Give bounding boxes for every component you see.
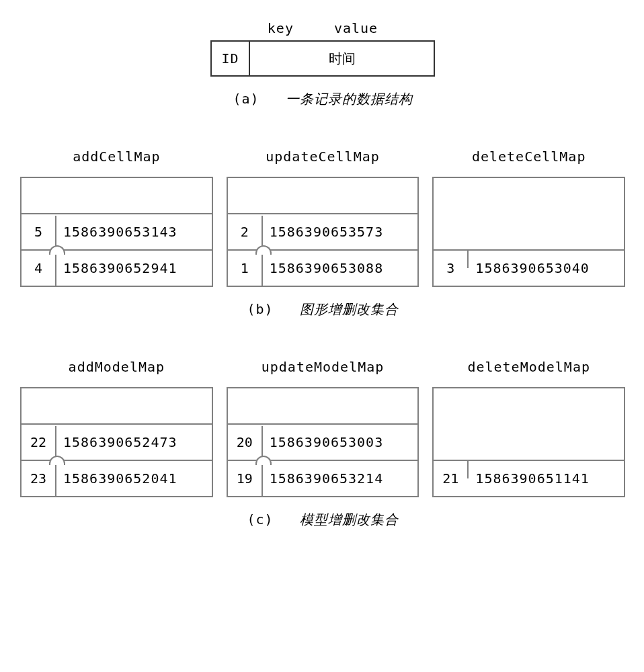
section-c-caption: (c) 模型增删改集合: [20, 511, 625, 529]
map-entry: 23 1586390652041: [22, 460, 212, 496]
map-entry: 22 1586390652473: [22, 423, 212, 460]
add-cell-map-box: 5 1586390653143 4 1586390652941: [20, 177, 213, 287]
caption-b-prefix: (b): [247, 301, 273, 317]
diagram-root: key value ID 时间 (a) 一条记录的数据结构 addCellMap…: [20, 20, 625, 529]
entry-id: 5: [22, 214, 55, 249]
caption-a-prefix: (a): [233, 91, 259, 107]
record-box: ID 时间: [210, 40, 435, 77]
caption-c-prefix: (c): [247, 511, 273, 528]
key-label: key: [268, 20, 294, 36]
delete-model-map-col: deleteModelMap 21 1586390651141: [432, 359, 625, 497]
map-entry: 1 1586390653088: [228, 249, 418, 286]
entry-id: 22: [22, 425, 55, 460]
entry-id: 20: [228, 425, 261, 460]
entry-id: 3: [434, 251, 467, 286]
map-entry: 21 1586390651141: [434, 460, 624, 496]
update-model-map-col: updateModelMap 20 1586390653003 19 15863…: [227, 359, 419, 497]
update-cell-map-col: updateCellMap 2 1586390653573 1 15863906…: [227, 149, 419, 287]
entry-ts: 1586390652473: [55, 425, 212, 460]
map-entry: 2 1586390653573: [228, 213, 418, 249]
add-model-map-col: addModelMap 22 1586390652473 23 15863906…: [20, 359, 213, 497]
column-divider: [467, 251, 469, 268]
delete-model-map-box: 21 1586390651141: [432, 387, 625, 497]
delete-cell-map-box: 3 1586390653040: [432, 177, 625, 287]
update-cell-map-title: updateCellMap: [227, 149, 419, 165]
caption-b-text: 图形增删改集合: [300, 301, 399, 317]
section-a-caption: (a) 一条记录的数据结构: [20, 90, 625, 108]
entry-id: 21: [434, 461, 467, 496]
map-entry: 5 1586390653143: [22, 213, 212, 249]
entry-ts: 1586390653214: [261, 461, 418, 496]
entry-ts: 1586390652041: [55, 461, 212, 496]
entry-id: 1: [228, 251, 261, 286]
section-b-caption: (b) 图形增删改集合: [20, 300, 625, 319]
section-b-row: addCellMap 5 1586390653143 4 15863906529…: [20, 149, 625, 287]
entry-ts: 1586390652941: [55, 251, 212, 286]
entry-id: 2: [228, 214, 261, 249]
section-a: key value ID 时间 (a) 一条记录的数据结构: [20, 20, 625, 108]
kv-header: key value: [20, 20, 625, 36]
update-model-map-title: updateModelMap: [227, 359, 419, 375]
entry-ts: 1586390653143: [55, 214, 212, 249]
delete-cell-map-title: deleteCellMap: [432, 149, 625, 165]
entry-id: 4: [22, 251, 55, 286]
delete-cell-map-col: deleteCellMap 3 1586390653040: [432, 149, 625, 287]
entry-id: 23: [22, 461, 55, 496]
section-c-row: addModelMap 22 1586390652473 23 15863906…: [20, 359, 625, 497]
map-entry: 4 1586390652941: [22, 249, 212, 286]
delete-model-map-title: deleteModelMap: [432, 359, 625, 375]
update-model-map-box: 20 1586390653003 19 1586390653214: [227, 387, 419, 497]
entry-ts: 1586390651141: [467, 461, 624, 496]
map-entry: 3 1586390653040: [434, 249, 624, 286]
add-cell-map-col: addCellMap 5 1586390653143 4 15863906529…: [20, 149, 213, 287]
caption-a-text: 一条记录的数据结构: [286, 91, 413, 107]
record-id-cell: ID: [212, 42, 250, 75]
add-cell-map-title: addCellMap: [20, 149, 213, 165]
map-entry: 19 1586390653214: [228, 460, 418, 496]
caption-c-text: 模型增删改集合: [300, 511, 399, 528]
column-divider: [467, 461, 469, 478]
record-value-cell: 时间: [250, 42, 434, 75]
entry-ts: 1586390653003: [261, 425, 418, 460]
entry-ts: 1586390653573: [261, 214, 418, 249]
update-cell-map-box: 2 1586390653573 1 1586390653088: [227, 177, 419, 287]
entry-id: 19: [228, 461, 261, 496]
add-model-map-box: 22 1586390652473 23 1586390652041: [20, 387, 213, 497]
entry-ts: 1586390653040: [467, 251, 624, 286]
map-entry: 20 1586390653003: [228, 423, 418, 460]
value-label: value: [334, 20, 378, 36]
entry-ts: 1586390653088: [261, 251, 418, 286]
add-model-map-title: addModelMap: [20, 359, 213, 375]
